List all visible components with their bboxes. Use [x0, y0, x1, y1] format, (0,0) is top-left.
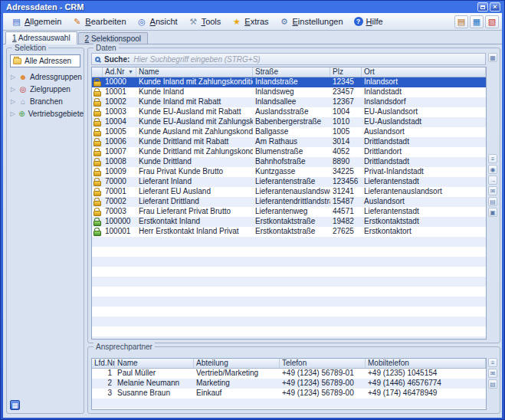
cell-plz — [330, 257, 362, 267]
titlebar: Adressdaten - CRM × — [3, 1, 502, 13]
search-input[interactable]: Hier Suchbegriff eingeben (STRG+S) — [133, 55, 260, 64]
table-row[interactable]: 70001Lieferant EU AuslandLieferantenausl… — [92, 187, 486, 197]
selektion-tree: ▷☻Adressgruppen▷◎Zielgruppen▷⌂Branchen▷⊕… — [10, 71, 84, 120]
menu-item-label: Bearbeiten — [85, 17, 126, 26]
tree-item-zielgruppen[interactable]: ▷◎Zielgruppen — [10, 83, 84, 95]
column-chooser-icon[interactable]: ▦ — [488, 53, 497, 62]
report-icon[interactable]: ▤ — [454, 15, 468, 28]
address-filter-combo[interactable]: Alle Adressen — [10, 54, 80, 67]
cell-name: Lieferant EU Ausland — [136, 187, 253, 197]
menu-item-ansicht[interactable]: ◎Ansicht — [132, 15, 183, 28]
cell-ort: Lieferantenstadt — [362, 207, 486, 217]
tree-item-adressgruppen[interactable]: ▷☻Adressgruppen — [10, 71, 84, 83]
column-header-lfdnr[interactable]: Lfd.Nr. — [92, 359, 115, 368]
mail-icon[interactable]: ✉ — [488, 186, 497, 195]
ansprechpartner-grid: Lfd.Nr.NameAbteilungTelefonMobiltelefon1… — [91, 358, 487, 410]
column-header-strae[interactable]: Straße — [253, 67, 330, 77]
tab-1-adressauswahl[interactable]: 1 Adressauswahl — [5, 31, 77, 44]
column-header-ort[interactable]: Ort — [362, 67, 486, 77]
column-header-name[interactable]: Name — [115, 359, 194, 368]
table-row[interactable]: 10006Kunde Drittland mit RabattAm Rathau… — [92, 137, 486, 147]
menu-item-einstellungen[interactable]: ⚙Einstellungen — [274, 15, 349, 28]
customize-icon[interactable]: ≡ — [488, 154, 497, 163]
expand-icon[interactable]: ▷ — [10, 98, 16, 105]
column-header-label: Plz — [333, 67, 343, 77]
tree-item-vertriebsgebiete[interactable]: ▷⊕Vertriebsgebiete — [10, 107, 84, 120]
table-row[interactable]: 2Melanie NeumannMarketing+49 (1234) 5678… — [92, 379, 486, 389]
column-header-plz[interactable]: Plz — [330, 67, 362, 77]
tree-item-branchen[interactable]: ▷⌂Branchen — [10, 95, 84, 107]
cell-name: Herr Erstkontakt Inland Privat — [136, 227, 253, 237]
cell-ort: EU-Auslandstadt — [362, 117, 486, 127]
table-row[interactable]: 10009Frau Privat Kunde BruttoKuntzgasse3… — [92, 167, 486, 177]
table-row[interactable]: 10000Kunde Inland mit Zahlungskondition … — [92, 77, 486, 87]
maximize-button[interactable] — [477, 2, 488, 11]
save-icon[interactable]: ▣ — [488, 208, 497, 217]
table-row[interactable]: 3Susanne BraunEinkauf+49 (1234) 56789-00… — [92, 389, 486, 399]
customize-icon[interactable]: ≡ — [488, 358, 497, 367]
cell-ort: Lieferantenauslandsort — [362, 187, 486, 197]
expand-icon[interactable]: ▷ — [10, 86, 16, 93]
table-row[interactable]: 100000Erstkontakt InlandErstkontaktstraß… — [92, 217, 486, 227]
search-bar[interactable]: Suche: Hier Suchbegriff eingeben (STRG+S… — [91, 53, 486, 65]
table-row-empty — [92, 336, 486, 340]
layout-icon[interactable]: ▦ — [470, 15, 484, 28]
print-icon[interactable]: ▤ — [488, 197, 497, 206]
menu-item-label: Ansicht — [150, 17, 178, 26]
cell-adnr — [103, 247, 136, 257]
row-icon-cell — [92, 257, 103, 267]
cell-adnr — [103, 317, 136, 326]
table-row[interactable]: 10008Kunde DrittlandBahnhofstraße8890Dri… — [92, 157, 486, 167]
table-row[interactable]: 10002Kunde Inland mit RabattInlandsallee… — [92, 97, 486, 107]
column-header-name[interactable]: Name — [136, 67, 253, 77]
star-icon: ★ — [231, 17, 241, 27]
menu-item-extras[interactable]: ★Extras — [226, 15, 274, 28]
cell-strasse: Blumenstraße — [253, 147, 330, 157]
menu-item-label: Tools — [202, 17, 221, 26]
close-button[interactable]: × — [490, 2, 500, 11]
goto-icon[interactable]: → — [488, 176, 497, 185]
cell-ort — [362, 317, 486, 326]
exit-icon[interactable]: ▧ — [485, 15, 499, 28]
cell-plz — [330, 317, 362, 326]
table-row[interactable]: 1Paul MüllerVertrieb/Marketing+49 (1234)… — [92, 369, 486, 379]
table-row[interactable]: 70002Lieferant DrittlandLieferantendritt… — [92, 197, 486, 207]
table-row[interactable]: 10007Kunde Drittland mit Zahlungskonditi… — [92, 147, 486, 157]
column-header-mobiltelefon[interactable]: Mobiltelefon — [366, 359, 486, 368]
cell-plz: 31241 — [330, 187, 362, 197]
cell-name — [136, 267, 253, 277]
table-row[interactable]: 70003Frau Lieferant Privat BruttoLiefera… — [92, 207, 486, 217]
search-icon[interactable]: ◉ — [488, 165, 497, 174]
column-header-abteilung[interactable]: Abteilung — [194, 359, 280, 368]
cell-plz: 123456 — [330, 177, 362, 187]
daten-panel-title: Daten — [93, 44, 119, 52]
table-row[interactable]: 10004Kunde EU-Ausland mit Zahlungskondit… — [92, 117, 486, 127]
mail-icon[interactable]: ✉ — [488, 369, 497, 378]
row-icon-cell — [92, 87, 103, 97]
column-header-telefon[interactable]: Telefon — [280, 359, 366, 368]
selektion-panel-title: Selektion — [12, 44, 48, 52]
table-row[interactable]: 70000Lieferant InlandLieferantenstraße12… — [92, 177, 486, 187]
cell-adnr: 70001 — [103, 187, 136, 197]
row-icon-cell — [92, 307, 103, 317]
table-row[interactable]: 10005Kunde Ausland mit Zahlungskondition… — [92, 127, 486, 137]
print-icon[interactable]: ▤ — [488, 379, 497, 389]
table-row[interactable]: 10001Kunde InlandInlandsweg23457Inlandst… — [92, 87, 486, 97]
cell-adnr — [103, 267, 136, 277]
menu-item-bearbeiten[interactable]: ✎Bearbeiten — [67, 15, 131, 28]
menu-item-allgemein[interactable]: ▤Allgemein — [6, 15, 67, 28]
cell-name: Kunde Ausland mit Zahlungskonditionen — [136, 127, 253, 137]
table-row-empty — [92, 297, 486, 307]
cell-ort — [362, 277, 486, 287]
menu-item-tools[interactable]: ⚒Tools — [183, 15, 227, 28]
table-row[interactable]: 10003Kunde EU-Ausland mit RabattAuslands… — [92, 107, 486, 117]
column-header-adnr[interactable]: Ad.Nr▼ — [103, 67, 136, 77]
menu-item-hilfe[interactable]: ?Hilfe — [349, 15, 389, 28]
table-row[interactable]: 100001Herr Erstkontakt Inland PrivatErst… — [92, 227, 486, 237]
cell-mobiltelefon: +49 (1235) 1045154 — [366, 369, 486, 379]
tab-2-selektionspool[interactable]: 2 Selektionspool — [78, 32, 148, 44]
expand-icon[interactable]: ▷ — [10, 110, 15, 117]
cell-mobiltelefon — [366, 399, 486, 409]
selection-tool-icon[interactable]: ▦ — [10, 400, 20, 410]
expand-icon[interactable]: ▷ — [10, 74, 16, 80]
